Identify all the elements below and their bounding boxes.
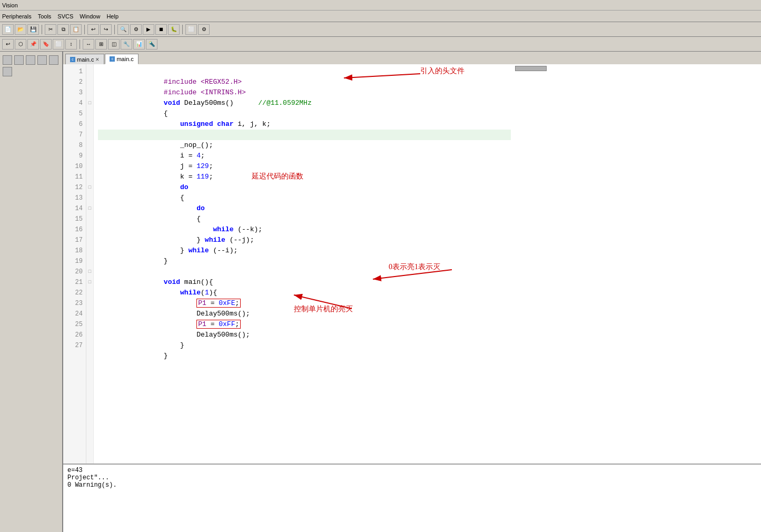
new-btn[interactable]: 📄 (2, 24, 14, 35)
ci-17 (86, 235, 93, 245)
code-editor[interactable]: 1 2 3 4 5 6 7 8 9 10 11 12 13 (63, 64, 761, 464)
code-line-25: Delay500ms(); (98, 319, 511, 330)
tb2-btn5[interactable]: ⬜ (53, 39, 64, 50)
build-btn[interactable]: ⚙ (130, 24, 142, 35)
tb2-btn12[interactable]: 🔦 (146, 39, 157, 50)
ci-16 (86, 224, 93, 235)
code-line-26: } (98, 330, 511, 340)
toolbar-2: ↩ ⬡ 📌 🔖 ⬜ ↕ ↔ ⊞ ◫ 🔧 📊 🔦 (0, 37, 761, 52)
ci-9 (86, 151, 93, 161)
tab-main-c-1[interactable]: c main.c ✕ (65, 54, 104, 64)
sidebar-btn-4[interactable] (37, 55, 47, 65)
ci-20[interactable]: □ (86, 267, 93, 277)
code-line-22: P1 = 0xFE; (98, 288, 511, 298)
open-btn[interactable]: 📂 (15, 24, 26, 35)
main-tab-container: c main.c ✕ c main.c 1 (63, 52, 761, 532)
output-area: e=43 Project"... 0 Warning(s). (63, 464, 761, 532)
code-scroll-area[interactable]: 1 2 3 4 5 6 7 8 9 10 11 12 13 (63, 64, 515, 464)
output-line-1: e=43 (67, 467, 757, 474)
toolbar-1: 📄 📂 💾 ✂ ⧉ 📋 ↩ ↪ 🔍 ⚙ ▶ ⏹ 🐛 ⬜ ⚙ (0, 22, 761, 37)
cut-btn[interactable]: ✂ (45, 24, 56, 35)
sidebar-btn-6[interactable] (3, 67, 12, 76)
menu-tools[interactable]: Tools (38, 13, 52, 19)
tb2-btn9[interactable]: ◫ (108, 39, 120, 50)
ci-10 (86, 161, 93, 172)
tb2-btn4[interactable]: 🔖 (40, 39, 52, 50)
tab-label-2: main.c (116, 56, 133, 62)
ci-12[interactable]: □ (86, 182, 93, 193)
tab-main-c-2[interactable]: c main.c (105, 54, 138, 64)
stop-btn[interactable]: ⏹ (155, 24, 167, 35)
window-btn[interactable]: ⬜ (185, 24, 197, 35)
code-line-19 (98, 256, 511, 267)
ci-21[interactable]: □ (86, 277, 93, 288)
ln-14: 14 (63, 203, 86, 214)
menu-window[interactable]: Window (80, 13, 100, 19)
output-line-2: Project"... (67, 474, 757, 481)
save-btn[interactable]: 💾 (27, 24, 39, 35)
sidebar-btn-3[interactable] (26, 55, 35, 65)
ci-14[interactable]: □ (86, 203, 93, 214)
menu-peripherals[interactable]: Peripherals (2, 13, 32, 19)
tb2-btn1[interactable]: ↩ (2, 39, 14, 50)
code-line-16: } while (--j); (98, 224, 511, 235)
ci-13 (86, 193, 93, 203)
sidebar-btn-5[interactable] (49, 55, 58, 65)
code-line-6 (98, 119, 511, 130)
code-line-4: { (98, 98, 511, 109)
tb2-btn8[interactable]: ⊞ (95, 39, 107, 50)
code-line-7: _nop_(); (98, 130, 511, 140)
code-line-13: do (98, 193, 511, 203)
debug-btn[interactable]: 🐛 (168, 24, 180, 35)
menu-help[interactable]: Help (106, 13, 118, 19)
code-line-20: void main(){ (98, 267, 511, 277)
tab-icon-1: c (70, 57, 75, 62)
run-btn[interactable]: ▶ (143, 24, 154, 35)
tb2-btn3[interactable]: 📌 (27, 39, 39, 50)
title-bar: Vision (0, 0, 761, 11)
tab-bar: c main.c ✕ c main.c (63, 52, 761, 64)
tab-icon-2: c (110, 56, 115, 62)
ln-15: 15 (63, 214, 86, 224)
paste-btn[interactable]: 📋 (70, 24, 82, 35)
ci-4[interactable]: □ (86, 98, 93, 109)
ci-5 (86, 109, 93, 119)
annotation-delay: 延迟代码的函数 (252, 172, 303, 181)
tb2-btn7[interactable]: ↔ (83, 39, 94, 50)
code-line-5: unsigned char i, j, k; (98, 109, 511, 119)
tb2-btn11[interactable]: 📊 (133, 39, 145, 50)
ln-2: 2 (63, 77, 86, 87)
ln-18: 18 (63, 245, 86, 256)
editor-and-sidebar: c main.c ✕ c main.c 1 (0, 52, 761, 532)
ln-4: 4 (63, 98, 86, 109)
undo-btn[interactable]: ↩ (87, 24, 99, 35)
find-btn[interactable]: 🔍 (117, 24, 129, 35)
copy-btn[interactable]: ⧉ (57, 24, 69, 35)
code-text[interactable]: #include <REGX52.H> #include <INTRINS.H>… (94, 64, 515, 464)
collapse-indicators: □ □ □ (86, 64, 94, 464)
sidebar-btn-2[interactable] (14, 55, 24, 65)
redo-btn[interactable]: ↪ (100, 24, 112, 35)
tb2-btn2[interactable]: ⬡ (15, 39, 26, 50)
ln-12: 12 (63, 182, 86, 193)
ln-24: 24 (63, 309, 86, 319)
ci-8 (86, 140, 93, 151)
tb2-btn6[interactable]: ↕ (65, 39, 77, 50)
line-numbers: 1 2 3 4 5 6 7 8 9 10 11 12 13 (63, 64, 86, 464)
code-line-15: while (--k); (98, 214, 511, 224)
settings-btn[interactable]: ⚙ (198, 24, 210, 35)
sidebar-btn-1[interactable] (3, 55, 12, 65)
code-line-18: } (98, 245, 511, 256)
ln-5: 5 (63, 109, 86, 119)
menu-svcs[interactable]: SVCS (57, 13, 73, 19)
output-line-3: 0 Warning(s). (67, 481, 757, 489)
code-line-2: #include <INTRINS.H> (98, 77, 511, 87)
ln-22: 22 (63, 288, 86, 298)
code-line-8: i = 4; (98, 140, 511, 151)
annotation-control: 控制单片机的亮灭 (294, 304, 353, 314)
ln-6: 6 (63, 119, 86, 130)
h-scrollbar-thumb[interactable] (515, 66, 547, 71)
ln-26: 26 (63, 330, 86, 340)
tab-close-1[interactable]: ✕ (95, 57, 100, 62)
tb2-btn10[interactable]: 🔧 (121, 39, 132, 50)
